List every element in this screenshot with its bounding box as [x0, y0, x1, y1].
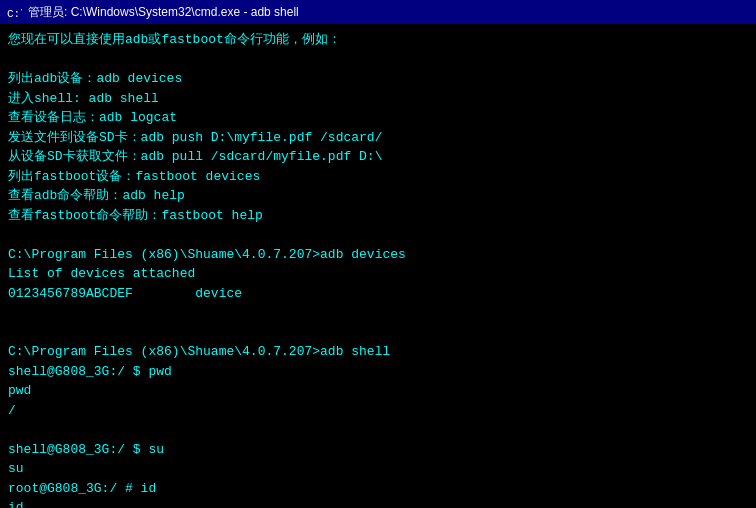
terminal-line: C:\Program Files (x86)\Shuame\4.0.7.207>… — [8, 245, 748, 265]
terminal-line: 查看设备日志：adb logcat — [8, 108, 748, 128]
terminal-line — [8, 420, 748, 440]
svg-text:C:\: C:\ — [7, 8, 22, 20]
terminal-line: id — [8, 498, 748, 508]
terminal-line: pwd — [8, 381, 748, 401]
terminal-line: 查看adb命令帮助：adb help — [8, 186, 748, 206]
terminal-line: 列出adb设备：adb devices — [8, 69, 748, 89]
terminal-line: su — [8, 459, 748, 479]
terminal-line: shell@G808_3G:/ $ pwd — [8, 362, 748, 382]
terminal-line: 您现在可以直接使用adb或fastboot命令行功能，例如： — [8, 30, 748, 50]
terminal-line: 发送文件到设备SD卡：adb push D:\myfile.pdf /sdcar… — [8, 128, 748, 148]
terminal-line: C:\Program Files (x86)\Shuame\4.0.7.207>… — [8, 342, 748, 362]
terminal-line: 进入shell: adb shell — [8, 89, 748, 109]
terminal-line: 0123456789ABCDEF device — [8, 284, 748, 304]
terminal-line: shell@G808_3G:/ $ su — [8, 440, 748, 460]
terminal-line: / — [8, 401, 748, 421]
terminal-line: List of devices attached — [8, 264, 748, 284]
title-bar: C:\ 管理员: C:\Windows\System32\cmd.exe - a… — [0, 0, 756, 24]
terminal-line: 列出fastboot设备：fastboot devices — [8, 167, 748, 187]
terminal-line: 查看fastboot命令帮助：fastboot help — [8, 206, 748, 226]
cmd-icon: C:\ — [6, 4, 22, 20]
title-text: 管理员: C:\Windows\System32\cmd.exe - adb s… — [28, 4, 299, 21]
terminal-line: root@G808_3G:/ # id — [8, 479, 748, 499]
terminal-line — [8, 50, 748, 70]
terminal-line — [8, 225, 748, 245]
terminal-line: 从设备SD卡获取文件：adb pull /sdcard/myfile.pdf D… — [8, 147, 748, 167]
terminal-line — [8, 303, 748, 323]
terminal[interactable]: 您现在可以直接使用adb或fastboot命令行功能，例如： 列出adb设备：a… — [0, 24, 756, 508]
terminal-line — [8, 323, 748, 343]
